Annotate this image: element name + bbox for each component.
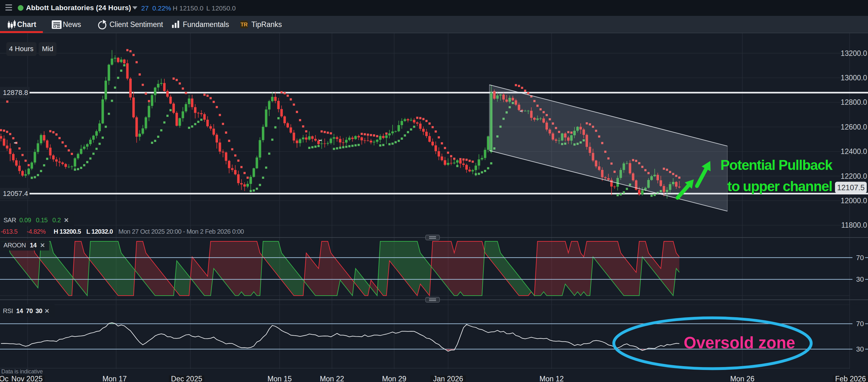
svg-text:30: 30 (856, 275, 864, 283)
svg-text:70: 70 (26, 307, 33, 314)
svg-text:Oc: Oc (0, 375, 8, 382)
svg-text:Mid: Mid (42, 45, 53, 53)
svg-text:to upper channel: to upper channel (727, 178, 832, 194)
svg-text:✕: ✕ (44, 308, 50, 314)
svg-text:AROON: AROON (3, 242, 26, 248)
svg-text:Nov 2025: Nov 2025 (11, 375, 42, 382)
svg-text:Mon 26: Mon 26 (730, 375, 755, 382)
svg-text:Jan 2026: Jan 2026 (433, 375, 463, 382)
svg-text:30: 30 (35, 307, 42, 314)
svg-text:Mon 15: Mon 15 (268, 375, 292, 382)
svg-text:Feb 2026: Feb 2026 (835, 375, 866, 382)
svg-text:Dec 2025: Dec 2025 (171, 375, 202, 382)
svg-text:12200.0: 12200.0 (841, 172, 867, 180)
svg-text:✕: ✕ (40, 242, 45, 248)
svg-text:Mon 27 Oct 2025 20:00 - Mon 2: Mon 27 Oct 2025 20:00 - Mon 2 Feb 2026 0… (118, 228, 244, 235)
svg-text:0.09: 0.09 (19, 216, 31, 224)
svg-text:RSI: RSI (3, 307, 13, 314)
svg-text:70: 70 (856, 254, 864, 262)
svg-text:-613.5: -613.5 (1, 228, 18, 235)
svg-text:✕: ✕ (64, 217, 69, 224)
svg-text:-4.82%: -4.82% (27, 228, 46, 235)
svg-text:4 Hours: 4 Hours (9, 45, 33, 53)
svg-text:70: 70 (856, 320, 864, 328)
svg-text:Mon 22: Mon 22 (320, 375, 344, 382)
svg-text:12000.0: 12000.0 (841, 197, 867, 205)
svg-text:13000.0: 13000.0 (841, 74, 867, 82)
svg-text:14: 14 (16, 307, 24, 314)
svg-text:12107.5: 12107.5 (837, 183, 865, 192)
svg-text:Oversold zone: Oversold zone (684, 334, 795, 352)
svg-text:0.2: 0.2 (52, 216, 61, 224)
svg-text:SAR: SAR (3, 216, 16, 224)
svg-text:12400.0: 12400.0 (841, 147, 867, 155)
svg-text:0.15: 0.15 (36, 216, 48, 224)
svg-text:L 12032.0: L 12032.0 (86, 228, 113, 235)
svg-text:12800.0: 12800.0 (841, 98, 867, 107)
svg-text:12057.4: 12057.4 (3, 189, 28, 198)
svg-text:TR: TR (241, 22, 248, 28)
svg-text:12878.8: 12878.8 (3, 89, 28, 96)
svg-text:Data is indicative: Data is indicative (1, 369, 43, 375)
svg-text:Mon 12: Mon 12 (539, 375, 564, 382)
svg-text:Mon 29: Mon 29 (382, 375, 407, 382)
svg-text:Potential Pullback: Potential Pullback (720, 157, 833, 173)
svg-text:13200.0: 13200.0 (841, 49, 867, 57)
svg-text:H 13200.5: H 13200.5 (54, 228, 81, 235)
svg-text:14: 14 (30, 242, 37, 248)
svg-text:Mon 17: Mon 17 (102, 375, 127, 382)
svg-text:30: 30 (856, 345, 864, 353)
svg-text:12600.0: 12600.0 (841, 123, 867, 131)
svg-text:11800.0: 11800.0 (841, 221, 867, 229)
